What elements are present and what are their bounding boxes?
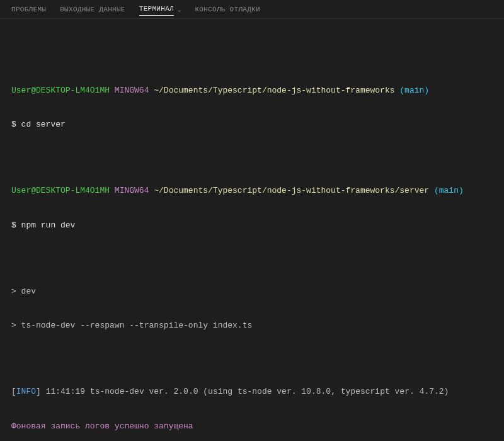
prompt-branch: (main): [395, 86, 430, 95]
tab-terminal[interactable]: ТЕРМИНАЛ: [139, 5, 174, 16]
output-line: > dev: [11, 286, 493, 297]
prompt-user: User@DESKTOP-LM4O1MH: [11, 86, 110, 95]
chevron-down-icon: ⌄: [178, 6, 181, 13]
info-rest: ts-node-dev ver. 2.0.0 (using ts-node ve…: [85, 387, 449, 396]
panel-tabs: ПРОБЛЕМЫ ВЫХОДНЫЕ ДАННЫЕ ТЕРМИНАЛ ⌄ КОНС…: [0, 0, 504, 19]
info-time: 11:41:19: [46, 387, 85, 396]
prompt-mingw: MINGW64: [110, 186, 154, 195]
tab-output[interactable]: ВЫХОДНЫЕ ДАННЫЕ: [60, 6, 125, 16]
command-cd: $ cd server: [11, 119, 493, 130]
output-line: > ts-node-dev --respawn --transpile-only…: [11, 320, 493, 331]
tab-debug-console[interactable]: КОНСОЛЬ ОТЛАДКИ: [195, 6, 260, 16]
terminal-content[interactable]: User@DESKTOP-LM4O1MH MINGW64 ~/Documents…: [0, 19, 504, 441]
prompt-path: ~/Documents/Typescript/node-js-without-f…: [154, 186, 429, 195]
command-npm-run-dev: $ npm run dev: [11, 220, 493, 231]
bracket: [: [11, 387, 16, 396]
prompt-mingw: MINGW64: [110, 86, 154, 95]
prompt-path: ~/Documents/Typescript/node-js-without-f…: [154, 86, 394, 95]
bracket: ]: [36, 387, 46, 396]
prompt-user: User@DESKTOP-LM4O1MH: [11, 186, 110, 195]
prompt-branch: (main): [429, 186, 464, 195]
info-label: INFO: [16, 387, 36, 396]
log-line: Фоновая запись логов успешно запущена: [11, 421, 493, 432]
tab-problems[interactable]: ПРОБЛЕМЫ: [11, 6, 46, 16]
